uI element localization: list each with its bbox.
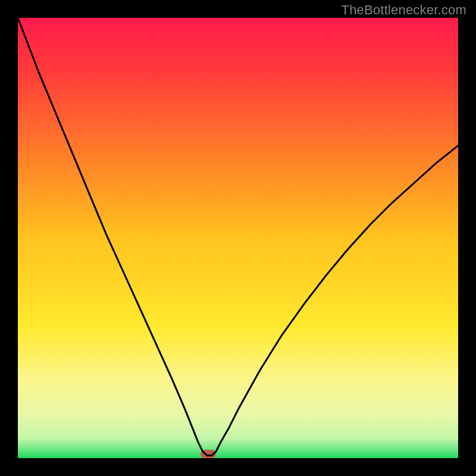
plot-area xyxy=(18,18,458,458)
chart-frame: TheBottlenecker.com xyxy=(0,0,476,476)
bottleneck-chart xyxy=(18,18,458,458)
gradient-background xyxy=(18,18,458,458)
watermark-label: TheBottlenecker.com xyxy=(342,2,466,18)
